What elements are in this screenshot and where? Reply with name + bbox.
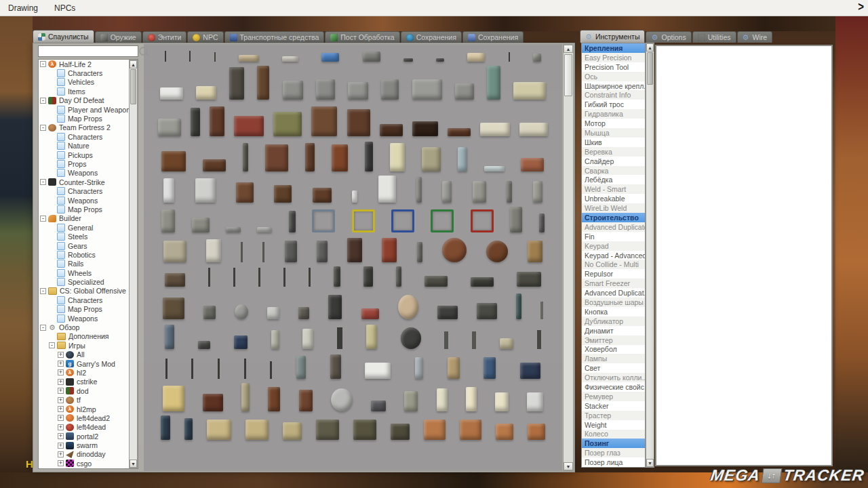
prop-thumbnail-glass-door[interactable] [296,356,306,379]
tree-item-all[interactable]: +All [39,350,138,359]
tree-scroll-down-arrow[interactable]: ▼ [130,460,137,468]
tree-item-weapons[interactable]: Weapons [39,196,138,205]
prop-thumbnail-dead-tree[interactable] [330,354,341,379]
prop-thumbnail-bullet[interactable] [198,341,210,349]
prop-thumbnail-bed-frame[interactable] [158,119,181,136]
prop-thumbnail-navy-couch[interactable] [520,363,540,379]
tree-item-map-props[interactable]: Map Props [39,205,138,214]
tool-item-свет[interactable]: Свет [582,363,645,373]
prop-thumbnail-hand-pump[interactable] [539,214,545,232]
tree-item-hl2[interactable]: +λhl2 [39,368,138,377]
prop-thumbnail-pole[interactable] [233,268,235,287]
tree-item-map-props[interactable]: Map Props [39,114,138,123]
tool-item-keypad-advanced[interactable]: Keypad - Advanced [582,251,645,260]
menu-item-drawing[interactable]: Drawing [0,0,46,16]
tree-item-игры[interactable]: -Игры [39,341,138,350]
prop-thumbnail-stove[interactable] [195,178,216,203]
expand-icon[interactable]: + [58,388,64,394]
collapse-icon[interactable]: - [40,98,46,104]
tool-scroll-down-arrow[interactable]: ▼ [646,459,654,467]
prop-thumbnail-vanity-table[interactable] [299,390,313,411]
tree-item-nature[interactable]: Nature [39,142,138,150]
prop-thumbnail-floor-lamp[interactable] [241,383,250,411]
tab-dupes[interactable]: Сохранения [462,31,524,43]
prop-thumbnail-fence-top[interactable] [363,52,380,62]
prop-thumbnail-pole[interactable] [165,51,166,62]
prop-thumbnail-dark-box[interactable] [316,420,339,440]
prop-thumbnail-wheel[interactable] [442,238,467,262]
expand-icon[interactable]: + [58,424,64,430]
prop-thumbnail-paper-sign[interactable] [160,87,183,100]
tool-item-колесо[interactable]: Колесо [582,430,645,439]
tool-item-ось[interactable]: Ось [582,72,645,81]
prop-thumbnail-pipe-rack[interactable] [521,158,544,171]
tree-item-props[interactable]: Props [39,159,138,168]
prop-thumbnail-bar[interactable] [403,58,413,62]
prop-thumbnail-beige-bowl[interactable] [467,53,485,62]
tree-item-vehicles[interactable]: Vehicles [39,78,138,87]
tool-tab-wrench[interactable]: Wire [737,31,773,43]
prop-thumbnail-pole[interactable] [309,268,311,287]
prop-thumbnail-wheel[interactable] [486,241,508,262]
prop-thumbnail-ring[interactable] [235,304,248,319]
prop-thumbnail-tray[interactable] [226,227,241,232]
tree-item-дополнения[interactable]: Дополнения [39,332,138,341]
tree-item-pickups[interactable]: Pickups [39,150,138,159]
prop-thumbnail-desk[interactable] [265,144,288,171]
tool-item-кнопка[interactable]: Кнопка [582,307,645,317]
prop-thumbnail-rusty-box[interactable] [424,420,446,440]
tree-item-wheels[interactable]: Wheels [39,268,138,277]
prop-thumbnail-marble-slab[interactable] [480,123,510,136]
prop-thumbnail-vending-machine[interactable] [161,415,170,440]
tool-item-wirelib-weld[interactable]: WireLib Weld [582,203,645,213]
tree-item-left4dead2[interactable]: +left4dead2 [39,413,138,422]
search-box[interactable] [38,45,138,57]
prop-thumbnail-pipe[interactable] [537,330,541,349]
prop-thumbnail-post[interactable] [337,327,342,349]
tree-item-left4dead[interactable]: +left4dead [39,423,138,432]
prop-thumbnail-cage-yellow[interactable] [352,209,375,232]
prop-thumbnail-monument[interactable] [510,207,522,232]
tool-item-слайдер[interactable]: Слайдер [582,157,645,166]
prop-thumbnail-shelf-unit[interactable] [437,388,448,411]
prop-thumbnail-green-couch[interactable] [273,112,302,136]
tool-scrollbar-thumb[interactable] [647,52,653,85]
tab-spawnlists[interactable]: Спаунлисты [33,30,94,43]
tool-item-лампы[interactable]: Лампы [582,354,645,363]
menubar-overflow-arrow[interactable]: > [858,0,864,14]
prop-thumbnail-spinner[interactable] [533,54,541,62]
tab-vehicles[interactable]: Транспортные средства [224,31,325,43]
prop-thumbnail-rod[interactable] [540,302,543,319]
tree-item-rails[interactable]: Rails [39,260,138,268]
prop-thumbnail-red-bench[interactable] [361,308,379,319]
prop-thumbnail-cafe-chair[interactable] [448,357,460,379]
tab-saves[interactable]: Сохранения [401,31,462,43]
collapse-icon[interactable]: - [49,342,55,348]
tool-list-scrollbar[interactable]: ▲ ▼ [646,43,654,468]
prop-thumbnail-glass-shelf[interactable] [484,166,505,171]
tree-item-characters[interactable]: Characters [39,132,138,141]
prop-thumbnail-cabinet[interactable] [311,106,337,136]
prop-thumbnail-sink[interactable] [527,392,543,411]
tab-npc[interactable]: NPC [187,31,223,43]
tree-item-csgo[interactable]: +csgo [39,459,138,468]
tool-item-мотор[interactable]: Мотор [582,119,645,128]
prop-thumbnail-pole[interactable] [208,268,210,287]
tree-item-characters[interactable]: Characters [39,296,138,304]
prop-thumbnail-fan-blades[interactable] [267,307,279,319]
tree-item-portal2[interactable]: +portal2 [39,432,138,441]
prop-thumbnail-globe-stand[interactable] [398,295,418,319]
tree-item-tf[interactable]: +tf [39,395,138,404]
prop-thumbnail-pole[interactable] [270,361,272,379]
prop-thumbnail-dark-crate[interactable] [412,121,438,136]
prop-thumbnail-dark-chest[interactable] [437,306,458,319]
prop-thumbnail-door-frame[interactable] [442,181,452,203]
tool-item-эмиттер[interactable]: Эмиттер [582,336,645,345]
prop-thumbnail-pole[interactable] [218,359,220,379]
tool-item-stacker[interactable]: Stacker [582,401,645,411]
prop-thumbnail-street-lamp[interactable] [334,266,340,287]
tool-item-ховербол[interactable]: Ховербол [582,345,645,354]
tree-item-cs-global-offensive[interactable]: -CS: Global Offensive [39,287,138,296]
expand-icon[interactable]: + [58,443,64,449]
prop-thumbnail-lantern-cage[interactable] [363,266,373,287]
